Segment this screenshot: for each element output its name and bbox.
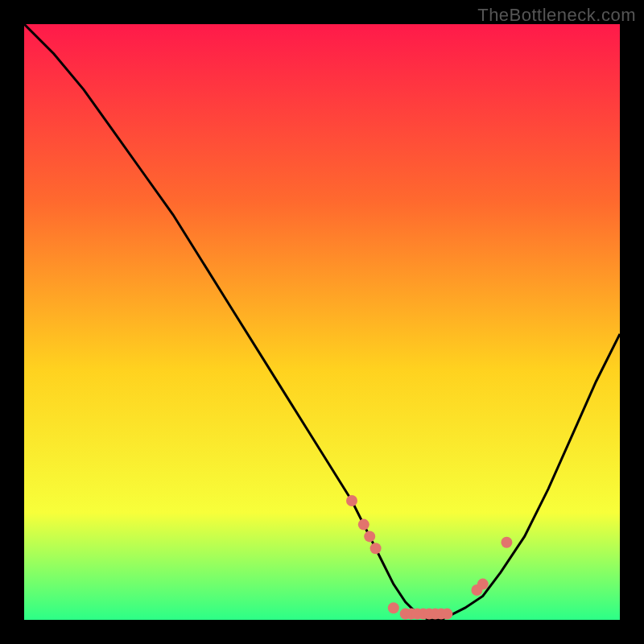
- gradient-background: [24, 24, 620, 620]
- data-marker: [477, 579, 489, 590]
- data-marker: [388, 602, 399, 613]
- chart-frame: TheBottleneck.com: [0, 0, 644, 644]
- data-marker: [370, 543, 382, 554]
- watermark-text: TheBottleneck.com: [477, 5, 636, 26]
- data-marker: [346, 495, 357, 506]
- data-marker: [358, 519, 369, 530]
- data-marker: [501, 537, 512, 548]
- data-marker: [441, 609, 452, 620]
- plot-area: [24, 24, 620, 620]
- data-marker: [364, 530, 375, 542]
- bottleneck-chart: [24, 24, 620, 620]
